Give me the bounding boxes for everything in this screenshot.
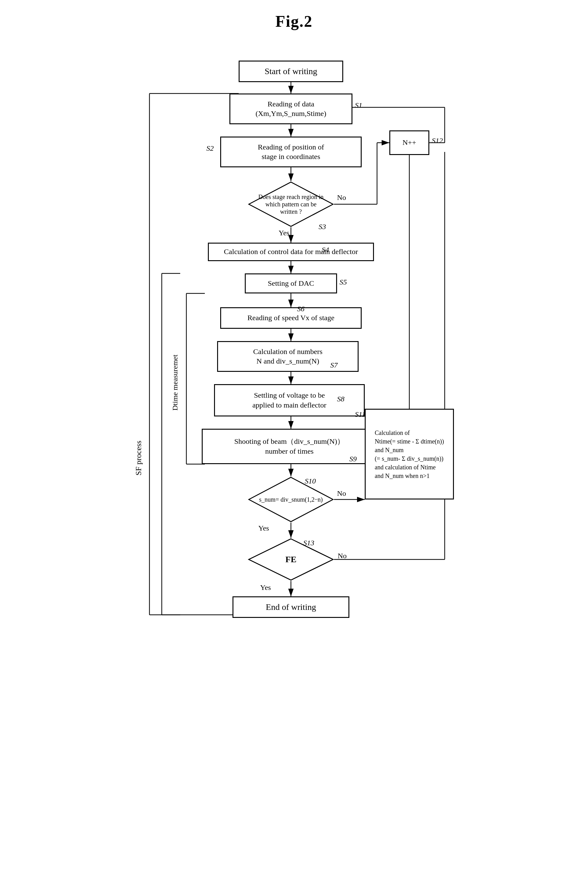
- s2-box: Reading of position of stage in coordina…: [220, 136, 362, 167]
- sf-process-label: SF process: [134, 378, 143, 538]
- s8-label: S8: [337, 395, 344, 403]
- s9-label: S9: [350, 455, 357, 463]
- s5-box: Setting of DAC: [245, 273, 337, 293]
- s13-text: FE: [276, 554, 306, 565]
- s10-label: S10: [305, 477, 316, 485]
- s6-box: Reading of speed Vx of stage: [220, 307, 362, 329]
- page-title: Fig.2: [275, 12, 312, 30]
- s3-label: S3: [319, 223, 326, 231]
- s13-yes-label: Yes: [260, 584, 271, 592]
- s5-label: S5: [339, 278, 347, 286]
- s3-yes-label: Yes: [279, 229, 290, 237]
- s12-label: S12: [432, 136, 443, 145]
- s3-text: Does stage reach region in which pattern…: [248, 193, 334, 215]
- s12-box: N++: [389, 130, 429, 155]
- s10-diamond: s_num= div_snum(1,2··n): [248, 476, 334, 522]
- s10-text: s_num= div_snum(1,2··n): [250, 495, 332, 504]
- s13-no-label: No: [338, 552, 346, 560]
- s11-box: Calculation of Ntime(= stime - Σ dtime(n…: [365, 409, 454, 500]
- s11-label: S11: [355, 410, 365, 418]
- s4-label: S4: [322, 246, 329, 254]
- s1-label: S1: [355, 101, 362, 110]
- end-box: End of writing: [232, 596, 350, 618]
- s10-yes-label: Yes: [258, 524, 269, 532]
- diagram-container: Start of writing Reading of data (Xm,Ym,…: [125, 40, 463, 885]
- start-box: Start of writing: [238, 61, 343, 82]
- s3-no-label: No: [337, 194, 346, 202]
- s1-box: Reading of data (Xm,Ym,S_num,Stime): [230, 93, 352, 124]
- s3-diamond: Does stage reach region in which pattern…: [248, 181, 334, 227]
- s2-label: S2: [206, 144, 214, 153]
- s6-label: S6: [297, 305, 304, 313]
- s7-label: S7: [330, 361, 338, 369]
- s4-box: Calculation of control data for main def…: [208, 243, 374, 261]
- s13-label: S13: [303, 539, 314, 547]
- s13-diamond: FE: [248, 538, 334, 581]
- s10-no-label: No: [337, 489, 346, 498]
- dtime-label: Dtime measuremet: [171, 335, 179, 430]
